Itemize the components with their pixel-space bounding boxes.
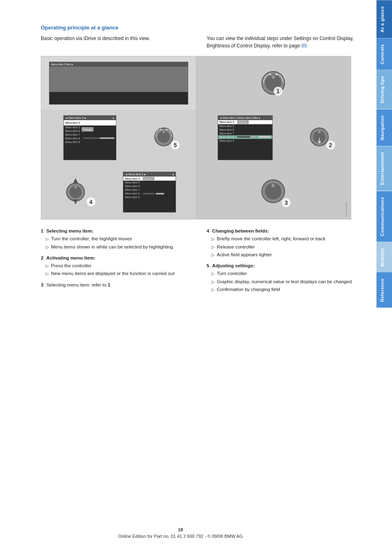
cell-bot-right: 3 — [196, 166, 351, 219]
instruction-1-bullet-1: ▷ Turn the controller; the highlight mov… — [41, 235, 194, 242]
cell-top-right: 1 — [196, 56, 351, 110]
instruction-1-bullet-2: ▷ Menu items shown in white can be selec… — [41, 244, 194, 251]
diagram-watermark: V399-540345 — [345, 202, 347, 217]
intro-cols: Basic operation via iDrive is described … — [41, 35, 360, 49]
sidebar-tab-driving-tips[interactable]: Driving tips — [376, 70, 392, 109]
page-number: 19 — [0, 527, 361, 532]
intro-right: You can view the individual steps under … — [207, 35, 360, 49]
instruction-2-bullet-1: ▷ Press the controller — [41, 262, 194, 269]
instructions-right-col: 4 Changing between fields: ▷ Briefly mov… — [207, 228, 360, 297]
sidebar-tab-navigation[interactable]: Navigation — [376, 109, 392, 146]
sidebar-tab-communications[interactable]: Communications — [376, 191, 392, 242]
label-5: 5 — [171, 141, 180, 150]
bullet-icon: ▷ — [212, 252, 215, 258]
section-title: Operating principle at a glance — [41, 25, 360, 31]
svg-point-22 — [272, 184, 275, 187]
bullet-icon: ▷ — [212, 236, 215, 242]
instruction-5-bullet-1: ▷ Turn controller — [207, 270, 360, 277]
bullet-icon: ▷ — [212, 244, 215, 250]
instruction-5-bullet-3: ▷ Confirmation by changing field — [207, 286, 360, 293]
menu-screen-mid-right: ◄ Menu item 2 Menu item 3 Mul ● Menu ite… — [218, 115, 273, 160]
knob-5-container: 5 — [154, 127, 174, 149]
menu-screen-bot-left: ◄ Menu item 3 ► ● Menu item 4Settings Me… — [123, 172, 176, 213]
bullet-icon: ▷ — [46, 263, 49, 269]
svg-point-7 — [163, 131, 165, 133]
knob-3-container: 3 — [260, 178, 287, 206]
cell-bot-left: 4 ◄ Menu item 3 ► ● Menu item 4Settings … — [41, 166, 196, 219]
cell-mid-left: ◄ Menu item 3 ► ● Menu item 4Settings Me… — [41, 110, 196, 165]
page-footer: 19 Online Edition for Part no. 01 41 2 6… — [0, 527, 361, 539]
sidebar-tab-reference[interactable]: Reference — [376, 272, 392, 308]
bullet-icon: ▷ — [46, 236, 49, 242]
instruction-1: 1 Selecting menu item: ▷ Turn the contro… — [41, 228, 194, 251]
instruction-4: 4 Changing between fields: ▷ Briefly mov… — [207, 228, 360, 258]
instruction-4-bullet-2: ▷ Release controller — [207, 244, 360, 251]
svg-point-2 — [272, 76, 275, 79]
intro-left: Basic operation via iDrive is described … — [41, 35, 194, 49]
center-divider — [196, 56, 196, 219]
sidebar-tab-controls[interactable]: Controls — [376, 38, 392, 70]
instruction-number-3: 3 — [41, 282, 43, 287]
menu-header-top: Menu item 3 Mul ● — [49, 62, 188, 67]
instruction-5: 5 Adjusting settings: ▷ Turn controller … — [207, 262, 360, 293]
svg-point-19 — [74, 186, 77, 188]
instruction-number-5: 5 — [207, 263, 209, 268]
instruction-text-3: Selecting menu item: refer to 1 — [47, 282, 111, 287]
knob-4-container: 4 — [61, 178, 90, 206]
label-4: 4 — [87, 197, 96, 206]
label-3: 3 — [282, 198, 291, 207]
bullet-icon: ▷ — [46, 271, 49, 277]
menu-display-area — [49, 67, 188, 92]
instruction-title-4: Changing between fields: — [212, 228, 269, 233]
svg-marker-15 — [73, 178, 78, 183]
sidebar: At a glance Controls Driving tips Naviga… — [376, 0, 392, 555]
instructions: 1 Selecting menu item: ▷ Turn the contro… — [41, 228, 360, 297]
label-2: 2 — [326, 141, 335, 150]
instruction-3: 3 Selecting menu item: refer to 1 — [41, 282, 194, 289]
sidebar-tab-entertainment[interactable]: Entertainment — [376, 146, 392, 190]
sidebar-tab-mobility[interactable]: Mobility — [376, 242, 392, 273]
arrow-down-icon — [73, 199, 78, 205]
footer-text: Online Edition for Part no. 01 41 2 600 … — [118, 534, 243, 539]
instruction-title-5: Adjusting settings: — [212, 263, 255, 268]
bullet-icon: ▷ — [212, 286, 215, 293]
main-content: Operating principle at a glance Basic op… — [0, 0, 376, 555]
confirmation-text: Confirmation by changing field — [217, 286, 280, 293]
svg-marker-16 — [73, 199, 78, 204]
instruction-2-bullet-2: ▷ New menu items are displayed or the fu… — [41, 270, 194, 277]
instruction-number-2: 2 — [41, 255, 43, 260]
instruction-number-4: 4 — [207, 228, 209, 233]
instruction-5-bullet-2: ▷ Graphic display, numerical value or te… — [207, 278, 360, 285]
label-1: 1 — [274, 87, 283, 96]
diagram-box: Menu item 3 Mul ● — [41, 56, 351, 219]
instruction-4-bullet-3: ▷ Active field appears lighter — [207, 251, 360, 258]
arrow-up-icon — [73, 178, 78, 184]
page-container: Operating principle at a glance Basic op… — [0, 0, 392, 555]
page-link[interactable]: 89 — [301, 43, 307, 49]
diagram-wrapper: Menu item 3 Mul ● — [41, 56, 351, 219]
menu-screen-mid-left: ◄ Menu item 3 ► ● Menu item 4Settings Me… — [63, 115, 116, 160]
svg-point-12 — [318, 131, 321, 133]
instruction-title-2: Activating menu item: — [47, 255, 96, 260]
instruction-number-1: 1 — [41, 228, 43, 233]
instruction-2: 2 Activating menu item: ▷ Press the cont… — [41, 255, 194, 278]
knob-1-icon — [260, 70, 287, 96]
knob-2-container: 2 — [309, 127, 330, 149]
sidebar-tab-at-a-glance[interactable]: At a glance — [376, 0, 392, 38]
cell-mid-right: ◄ Menu item 2 Menu item 3 Mul ● Menu ite… — [196, 110, 351, 165]
instructions-left-col: 1 Selecting menu item: ▷ Turn the contro… — [41, 228, 194, 297]
bullet-icon: ▷ — [212, 271, 215, 277]
instruction-title-1: Selecting menu item: — [47, 228, 94, 233]
bullet-icon: ▷ — [212, 279, 215, 285]
bullet-icon: ▷ — [46, 244, 49, 250]
instruction-4-bullet-1: ▷ Briefly move the controller left, righ… — [207, 235, 360, 242]
cell-top-left: Menu item 3 Mul ● — [41, 56, 196, 110]
